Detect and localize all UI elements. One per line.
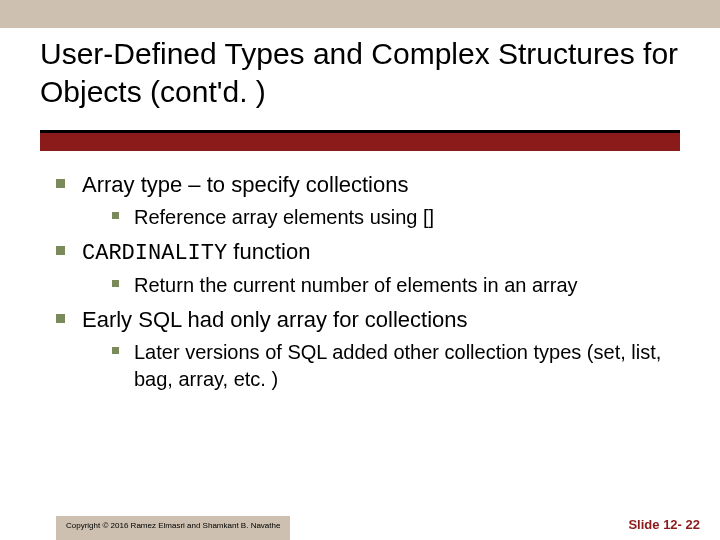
bullet-2-tail: function [227, 239, 310, 264]
bullet-2-sub-1: Return the current number of elements in… [112, 272, 676, 299]
bullet-3-sub-1: Later versions of SQL added other collec… [112, 339, 676, 393]
slide: User-Defined Types and Complex Structure… [0, 0, 720, 540]
top-band [0, 0, 720, 28]
accent-bar [40, 133, 680, 151]
bullet-1-sub-1: Reference array elements using [] [112, 204, 676, 231]
bullet-1-text: Array type – to specify collections [82, 172, 408, 197]
body-content: Array type – to specify collections Refe… [56, 170, 676, 399]
bullet-1: Array type – to specify collections Refe… [56, 170, 676, 231]
bullet-2: CARDINALITY function Return the current … [56, 237, 676, 300]
slide-title: User-Defined Types and Complex Structure… [40, 35, 680, 110]
slide-number: Slide 12- 22 [628, 517, 700, 532]
bullet-3: Early SQL had only array for collections… [56, 305, 676, 393]
copyright: Copyright © 2016 Ramez Elmasri and Shamk… [56, 516, 290, 540]
footer: Copyright © 2016 Ramez Elmasri and Shamk… [0, 508, 720, 540]
bullet-2-mono: CARDINALITY [82, 241, 227, 266]
bullet-3-text: Early SQL had only array for collections [82, 307, 468, 332]
